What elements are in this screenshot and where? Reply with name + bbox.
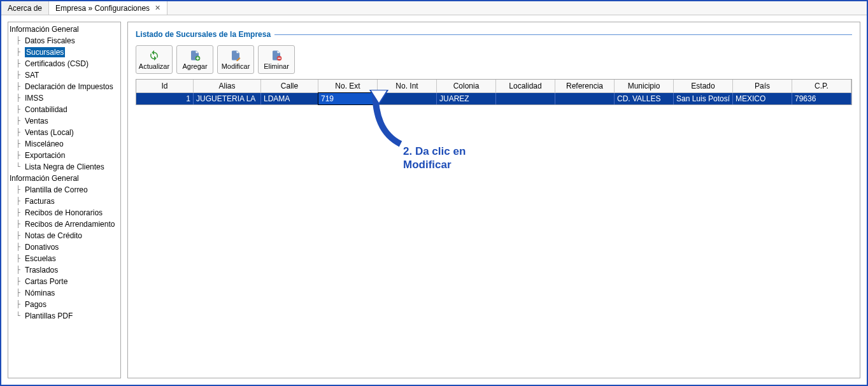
cell-localidad[interactable] bbox=[496, 93, 555, 104]
button-label: Actualizar bbox=[139, 62, 169, 70]
sidebar-item-pagos[interactable]: ├Pagos bbox=[8, 299, 120, 310]
sidebar-item-escuelas[interactable]: ├Escuelas bbox=[8, 253, 120, 264]
tree-header[interactable]: Información General bbox=[8, 24, 120, 35]
document-edit-icon bbox=[230, 50, 241, 61]
sidebar-item-sucursales[interactable]: ├Sucursales bbox=[8, 46, 120, 58]
cell-pais[interactable]: MEXICO bbox=[733, 93, 792, 104]
sucursales-grid[interactable]: Id Alias Calle No. Ext No. Int Colonia L… bbox=[136, 79, 852, 105]
sidebar-item-lista-negra[interactable]: └Lista Negra de Clientes bbox=[8, 161, 120, 173]
cell-estado[interactable]: San Luis Potosí bbox=[674, 93, 733, 104]
cell-cp[interactable]: 79636 bbox=[792, 93, 851, 104]
col-localidad[interactable]: Localidad bbox=[496, 80, 555, 93]
tree-header[interactable]: Información General bbox=[8, 173, 120, 184]
tab-label: Empresa » Configuraciones bbox=[55, 4, 150, 13]
sidebar-item-declaracion[interactable]: ├Declaración de Impuestos bbox=[8, 81, 120, 92]
sidebar-item-nominas[interactable]: ├Nóminas bbox=[8, 287, 120, 299]
section-title: Listado de Sucursales de la Empresa bbox=[136, 30, 271, 39]
sidebar-item-exportacion[interactable]: ├Exportación bbox=[8, 150, 120, 161]
col-calle[interactable]: Calle bbox=[261, 80, 318, 93]
tab-acerca-de[interactable]: Acerca de bbox=[1, 1, 49, 15]
add-button[interactable]: Agregar bbox=[176, 45, 213, 74]
button-label: Modificar bbox=[222, 62, 250, 70]
sidebar-item-facturas[interactable]: ├Facturas bbox=[8, 196, 120, 207]
document-add-icon bbox=[189, 50, 201, 61]
col-referencia[interactable]: Referencia bbox=[555, 80, 615, 93]
sidebar-item-traslados[interactable]: ├Traslados bbox=[8, 264, 120, 276]
sidebar-item-plantillas-pdf[interactable]: └Plantillas PDF bbox=[8, 310, 120, 322]
col-cp[interactable]: C.P. bbox=[792, 80, 851, 93]
sidebar-item-miscelaneo[interactable]: ├Misceláneo bbox=[8, 138, 120, 150]
table-row[interactable]: 1 JUGUETERIA LA LDAMA 719 JUAREZ CD. VAL… bbox=[136, 93, 851, 104]
col-pais[interactable]: País bbox=[733, 80, 792, 93]
sidebar-item-contabilidad[interactable]: ├Contabilidad bbox=[8, 104, 120, 115]
cell-colonia[interactable]: JUAREZ bbox=[437, 93, 496, 104]
refresh-icon bbox=[148, 50, 160, 61]
main-area: Información General ├Datos Fiscales ├Suc… bbox=[1, 15, 867, 385]
delete-button[interactable]: Eliminar bbox=[258, 45, 295, 74]
edit-button[interactable]: Modificar bbox=[217, 45, 254, 74]
sidebar-item-sat[interactable]: ├SAT bbox=[8, 69, 120, 81]
cell-ext[interactable]: 719 bbox=[318, 93, 378, 104]
tab-label: Acerca de bbox=[8, 4, 42, 13]
sidebar: Información General ├Datos Fiscales ├Suc… bbox=[8, 22, 121, 378]
tree-group-2: Información General ├Plantilla de Correo… bbox=[8, 173, 120, 322]
cell-id[interactable]: 1 bbox=[136, 93, 194, 104]
sidebar-item-donativos[interactable]: ├Donativos bbox=[8, 241, 120, 253]
sidebar-item-imss[interactable]: ├IMSS bbox=[8, 92, 120, 104]
col-id[interactable]: Id bbox=[136, 80, 194, 93]
tabstrip: Acerca de Empresa » Configuraciones ✕ bbox=[1, 1, 867, 15]
sidebar-item-recibos-honorarios[interactable]: ├Recibos de Honorarios bbox=[8, 207, 120, 218]
cell-referencia[interactable] bbox=[555, 93, 615, 104]
sidebar-item-ventas-local[interactable]: ├Ventas (Local) bbox=[8, 127, 120, 138]
cell-municipio[interactable]: CD. VALLES bbox=[615, 93, 674, 104]
sidebar-item-datos-fiscales[interactable]: ├Datos Fiscales bbox=[8, 35, 120, 46]
col-colonia[interactable]: Colonia bbox=[437, 80, 496, 93]
grid-header: Id Alias Calle No. Ext No. Int Colonia L… bbox=[136, 80, 851, 93]
cell-calle[interactable]: LDAMA bbox=[261, 93, 318, 104]
sidebar-item-notas-credito[interactable]: ├Notas de Crédito bbox=[8, 230, 120, 241]
col-ext[interactable]: No. Ext bbox=[318, 80, 378, 93]
sidebar-item-certificados[interactable]: ├Certificados (CSD) bbox=[8, 58, 120, 69]
toolbar: Actualizar Agregar Modificar Eliminar bbox=[136, 45, 852, 74]
col-alias[interactable]: Alias bbox=[194, 80, 261, 93]
close-icon[interactable]: ✕ bbox=[155, 4, 160, 12]
content-panel: Listado de Sucursales de la Empresa Actu… bbox=[127, 22, 860, 378]
sidebar-item-cartas-porte[interactable]: ├Cartas Porte bbox=[8, 276, 120, 287]
sidebar-item-ventas[interactable]: ├Ventas bbox=[8, 115, 120, 127]
col-municipio[interactable]: Municipio bbox=[615, 80, 674, 93]
section-title-row: Listado de Sucursales de la Empresa bbox=[136, 30, 852, 39]
annotation-text: 2. Da clic en Modificar bbox=[403, 145, 466, 172]
sidebar-item-plantilla-correo[interactable]: ├Plantilla de Correo bbox=[8, 184, 120, 196]
divider-line bbox=[274, 34, 852, 35]
document-delete-icon bbox=[271, 50, 282, 61]
cell-alias[interactable]: JUGUETERIA LA bbox=[194, 93, 261, 104]
col-int[interactable]: No. Int bbox=[378, 80, 437, 93]
tree-group-1: Información General ├Datos Fiscales ├Suc… bbox=[8, 24, 120, 173]
sidebar-item-recibos-arrendamiento[interactable]: ├Recibos de Arrendamiento bbox=[8, 218, 120, 230]
cell-int[interactable] bbox=[378, 93, 437, 104]
button-label: Eliminar bbox=[264, 62, 289, 70]
col-estado[interactable]: Estado bbox=[674, 80, 733, 93]
tab-empresa-config[interactable]: Empresa » Configuraciones ✕ bbox=[49, 1, 167, 15]
refresh-button[interactable]: Actualizar bbox=[136, 45, 173, 74]
button-label: Agregar bbox=[182, 62, 207, 70]
